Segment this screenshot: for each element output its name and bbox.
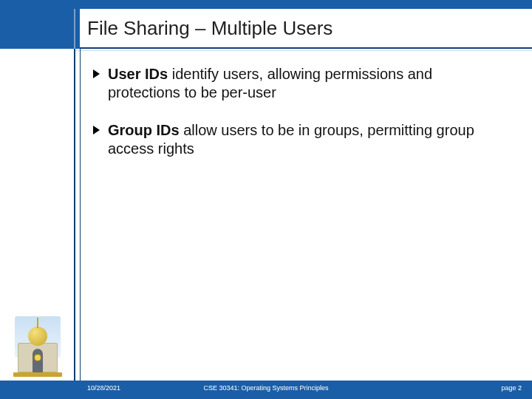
bullet-item: Group IDs allow users to be in groups, p… [93, 121, 507, 158]
left-rail-top-segment [74, 9, 75, 49]
arrow-icon [93, 69, 100, 78]
title-separator [74, 50, 532, 51]
footer-page: page 2 [501, 384, 522, 392]
body-content: User IDs identify users, allowing permis… [93, 65, 507, 177]
bullet-lead: Group IDs [108, 122, 180, 138]
left-rail-inner [80, 49, 81, 381]
logo-base [13, 372, 62, 377]
footer-date: 10/28/2021 [87, 384, 120, 392]
left-rail-outer [74, 49, 75, 381]
slide: File Sharing – Multiple Users User IDs i… [0, 0, 532, 399]
footer-course: CSE 30341: Operating Systems Principles [0, 384, 532, 392]
slide-title: File Sharing – Multiple Users [87, 17, 332, 40]
dome-logo [7, 313, 68, 381]
arrow-icon [93, 126, 100, 134]
title-box: File Sharing – Multiple Users [80, 9, 532, 49]
bullet-item: User IDs identify users, allowing permis… [93, 65, 507, 102]
logo-spire [37, 318, 38, 328]
logo-dome [28, 327, 47, 346]
logo-seal [34, 354, 41, 361]
bullet-lead: User IDs [108, 66, 168, 82]
